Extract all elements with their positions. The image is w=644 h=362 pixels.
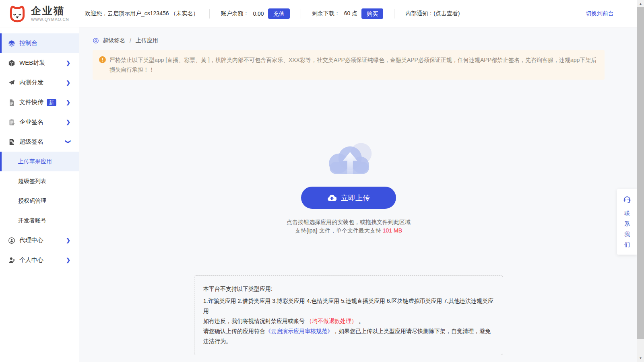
sidebar-item-label: 文件快传 xyxy=(19,99,43,106)
paper-plane-icon xyxy=(8,79,15,86)
sidebar-item-label: 个人中心 xyxy=(19,256,43,264)
chevron-right-icon: ❯ xyxy=(66,257,70,263)
sidebar-item-label: 控制台 xyxy=(19,39,37,47)
sidebar-item-label: 代理中心 xyxy=(19,237,43,244)
breadcrumb-separator: / xyxy=(130,37,131,44)
rules-confirm-line: 请您确认上传的应用符合《云启演示应用审核规范》，如果您已上传以上类型应用请尽快删… xyxy=(203,326,494,346)
rules-categories: 1.诈骗类应用 2.借贷类应用 3.博彩类应用 4.色情类应用 5.违规直播类应… xyxy=(203,296,494,316)
sidebar-nav: 控制台 WEB封装 ❯ 内测分发 ❯ 文件快传 xyxy=(0,27,79,362)
chevron-right-icon: ❯ xyxy=(66,119,70,125)
scrollbar-thumb[interactable] xyxy=(637,7,644,339)
chevron-right-icon: ❯ xyxy=(66,80,70,86)
sidebar-item-personal-center[interactable]: 个人中心 ❯ xyxy=(0,250,79,270)
downloads-label: 剩余下载： xyxy=(312,10,340,17)
header-divider xyxy=(394,9,394,19)
chevron-right-icon: ❯ xyxy=(66,237,70,243)
brand-domain: WWW.QYMAO.CN xyxy=(31,17,69,22)
upload-now-label: 立即上传 xyxy=(341,193,370,203)
main-content: 超级签名 / 上传应用 ! 严格禁止以下类型app [直播、彩票、黄 ]，棋牌类… xyxy=(79,27,637,362)
sidebar-subitem-developer-account[interactable]: 开发者账号 xyxy=(0,211,79,230)
header-divider xyxy=(209,9,210,19)
rules-violation-prefix: 如有违反，我们将视情况封禁应用或账号 xyxy=(203,318,306,324)
review-standards-link[interactable]: 《云启演示应用审核规范》 xyxy=(265,328,333,334)
top-header: 企业猫 WWW.QYMAO.CN 欢迎您，云启演示用户_cs123456 （未实… xyxy=(0,0,644,27)
downloads-value: 60 点 xyxy=(344,10,357,17)
vertical-scrollbar[interactable]: ▲ ▼ xyxy=(637,0,644,362)
upload-hint-line1: 点击按钮选择应用的安装包，或拖拽文件到此区域 xyxy=(93,218,605,226)
location-target-icon xyxy=(93,37,99,44)
max-file-size: 101 MB xyxy=(383,227,402,234)
certificate-file-icon xyxy=(8,138,15,146)
switch-to-front-link[interactable]: 切换到前台 xyxy=(586,10,614,17)
rules-violation-line: 如有违反，我们将视情况封禁应用或账号 （均不做退款处理） 。 xyxy=(203,316,494,326)
sidebar-item-enterprise-signing[interactable]: 企业签名 ❯ xyxy=(0,112,79,132)
chevron-down-icon: ❯ xyxy=(65,140,71,144)
sidebar-item-file-transfer[interactable]: 文件快传 新 ❯ xyxy=(0,93,79,112)
sidebar-subitem-label: 授权码管理 xyxy=(18,197,46,205)
sidebar-subitem-upload-apple-app[interactable]: 上传苹果应用 xyxy=(0,152,79,171)
sidebar-item-label: 企业签名 xyxy=(19,118,43,126)
balance-value: 0.00 xyxy=(253,10,264,17)
upload-dropzone[interactable]: 立即上传 点击按钮选择应用的安装包，或拖拽文件到此区域 支持{ipa} 文件，单… xyxy=(93,80,605,235)
recharge-button[interactable]: 充值 xyxy=(268,8,290,19)
sidebar-item-web-packaging[interactable]: WEB封装 ❯ xyxy=(0,53,79,73)
sidebar-subitem-label: 上传苹果应用 xyxy=(18,158,52,165)
layers-icon xyxy=(8,40,15,47)
rules-violation-suffix: 。 xyxy=(357,318,364,324)
sidebar-item-label: WEB封装 xyxy=(19,59,45,67)
upload-now-button[interactable]: 立即上传 xyxy=(301,187,396,209)
chevron-right-icon: ❯ xyxy=(66,99,70,105)
upload-hint-line2: 支持{ipa} 文件，单个文件最大支持 101 MB xyxy=(93,226,605,235)
scroll-down-arrow-icon[interactable]: ▼ xyxy=(637,355,644,362)
brand-name: 企业猫 xyxy=(31,5,69,16)
sidebar-subitem-auth-code-management[interactable]: 授权码管理 xyxy=(0,191,79,211)
sidebar-item-agent-center[interactable]: 代理中心 ❯ xyxy=(0,230,79,250)
zip-file-icon xyxy=(8,99,15,106)
breadcrumb-section[interactable]: 超级签名 xyxy=(103,37,125,44)
sidebar-item-super-signing[interactable]: 超级签名 ❯ xyxy=(0,132,79,152)
sidebar-subitem-label: 开发者账号 xyxy=(18,217,46,224)
agent-circle-icon xyxy=(8,237,15,244)
breadcrumb-page: 上传应用 xyxy=(136,37,158,44)
buy-button[interactable]: 购买 xyxy=(361,8,383,19)
cloud-upload-illustration xyxy=(322,140,375,179)
cube-icon xyxy=(8,60,15,67)
user-icon xyxy=(8,257,15,264)
welcome-text: 欢迎您，云启演示用户_cs123456 （未实名） xyxy=(85,10,198,17)
chevron-right-icon: ❯ xyxy=(66,60,70,66)
cat-logo-icon xyxy=(7,4,27,24)
upload-hint-prefix: 支持{ipa} 文件，单个文件最大支持 xyxy=(295,227,383,234)
header-divider xyxy=(301,9,301,19)
new-badge: 新 xyxy=(47,99,56,106)
sidebar-item-label: 内测分发 xyxy=(19,79,43,86)
sidebar-subitem-label: 超级签列表 xyxy=(18,178,46,185)
warning-banner: ! 严格禁止以下类型app [直播、彩票、黄 ]，棋牌类内部不可包含百家乐、XX… xyxy=(93,50,605,80)
breadcrumb: 超级签名 / 上传应用 xyxy=(93,27,605,44)
headset-icon xyxy=(623,195,632,204)
warning-exclamation-icon: ! xyxy=(99,56,106,63)
scroll-up-arrow-icon[interactable]: ▲ xyxy=(637,0,644,7)
contact-us-tab[interactable]: 联系我们 xyxy=(617,189,637,255)
clipboard-icon xyxy=(8,119,15,126)
rules-confirm-prefix: 请您确认上传的应用符合 xyxy=(203,328,265,334)
unsupported-apps-notice: 本平台不支持以下类型应用: 1.诈骗类应用 2.借贷类应用 3.博彩类应用 4.… xyxy=(194,275,503,355)
brand-logo[interactable]: 企业猫 WWW.QYMAO.CN xyxy=(0,4,79,24)
contact-us-label: 联系我们 xyxy=(624,208,630,250)
balance-label: 账户余额： xyxy=(221,10,249,17)
cloud-upload-icon xyxy=(327,194,336,202)
sidebar-item-console[interactable]: 控制台 xyxy=(0,33,79,53)
sidebar-subitem-super-sign-list[interactable]: 超级签列表 xyxy=(0,171,79,191)
warning-text: 严格禁止以下类型app [直播、彩票、黄 ]，棋牌类内部不可包含百家乐、XXX彩… xyxy=(109,55,598,74)
sidebar-item-label: 超级签名 xyxy=(19,138,43,146)
rules-title: 本平台不支持以下类型应用: xyxy=(203,284,494,294)
sidebar-item-beta-distribution[interactable]: 内测分发 ❯ xyxy=(0,73,79,93)
rules-no-refund: （均不做退款处理） xyxy=(306,318,357,324)
internal-notice-link[interactable]: 内部通知：(点击查看) xyxy=(405,10,460,17)
